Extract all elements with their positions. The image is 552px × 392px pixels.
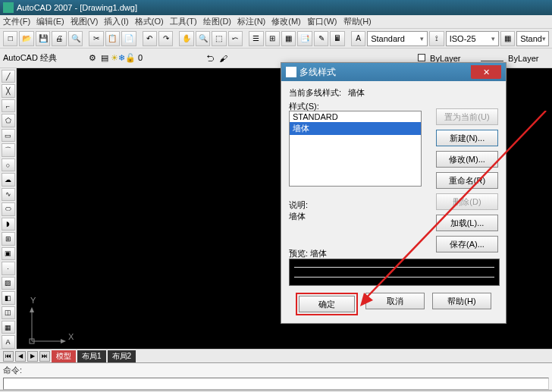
tab-layout1[interactable]: 布局1: [77, 350, 106, 362]
table-icon[interactable]: ▦: [2, 321, 15, 334]
sheet-set-icon[interactable]: 📑: [297, 31, 312, 46]
tab-layout2[interactable]: 布局2: [108, 350, 136, 362]
mtext-icon[interactable]: A: [2, 335, 15, 348]
markup-icon[interactable]: ✎: [314, 31, 328, 46]
layer-prev-icon[interactable]: ⮌: [206, 54, 215, 63]
region-icon[interactable]: ◫: [2, 306, 15, 319]
load-button[interactable]: 加载(L)...: [436, 215, 498, 231]
menu-format[interactable]: 格式(O): [135, 16, 164, 27]
menu-draw[interactable]: 绘图(D): [203, 16, 231, 27]
tab-last-icon[interactable]: ⏭: [39, 351, 50, 362]
circle-icon[interactable]: ○: [2, 158, 15, 171]
pan-icon[interactable]: ✋: [179, 31, 193, 46]
ellipse-icon[interactable]: ⬭: [2, 202, 15, 215]
help-button[interactable]: 帮助(H): [432, 293, 491, 309]
linetype-combo[interactable]: ByLayer: [481, 54, 549, 63]
ucs-x: X: [68, 332, 74, 341]
preview-box: [289, 259, 500, 286]
zoom-window-icon[interactable]: ⬚: [212, 31, 226, 46]
set-current-button[interactable]: 置为当前(U): [436, 108, 498, 125]
table-style-icon[interactable]: ▦: [500, 31, 515, 46]
dialog-titlebar[interactable]: 多线样式 ✕: [281, 63, 506, 81]
menu-window[interactable]: 窗口(W): [307, 16, 337, 27]
make-block-icon[interactable]: ▣: [2, 247, 15, 260]
polyline-icon[interactable]: ⌐: [2, 99, 15, 112]
tab-model[interactable]: 模型: [52, 350, 76, 362]
open-icon[interactable]: 📂: [19, 31, 33, 46]
xline-icon[interactable]: ╳: [2, 84, 15, 97]
layer-name: 0: [138, 53, 143, 62]
point-icon[interactable]: ·: [2, 262, 15, 274]
window-titlebar: AutoCAD 2007 - [Drawing1.dwg]: [0, 0, 552, 15]
copy-icon[interactable]: 📋: [105, 31, 120, 46]
current-style-label: 当前多线样式: 墙体: [289, 87, 365, 99]
calc-icon[interactable]: 🖩: [330, 31, 344, 46]
menu-help[interactable]: 帮助(H): [343, 16, 372, 27]
list-item[interactable]: 墙体: [290, 122, 421, 135]
match-icon[interactable]: 🖌: [219, 54, 227, 63]
text-style-icon[interactable]: A: [351, 31, 365, 46]
zoom-icon[interactable]: 🔍: [196, 31, 210, 46]
layer-properties-icon[interactable]: ▤: [101, 53, 108, 63]
list-item[interactable]: STANDARD: [290, 111, 421, 122]
redo-icon[interactable]: ↷: [158, 31, 173, 46]
undo-icon[interactable]: ↶: [143, 31, 157, 46]
menu-bar: 文件(F) 编辑(E) 视图(V) 插入(I) 格式(O) 工具(T) 绘图(D…: [0, 15, 552, 29]
menu-file[interactable]: 文件(F): [3, 16, 30, 27]
modify-button[interactable]: 修改(M)...: [436, 151, 498, 168]
zoom-prev-icon[interactable]: ⤺: [228, 31, 243, 46]
ok-button[interactable]: 确定: [299, 296, 355, 312]
hatch-icon[interactable]: ▨: [2, 277, 15, 290]
menu-insert[interactable]: 插入(I): [104, 16, 128, 27]
save-icon[interactable]: 💾: [36, 31, 50, 46]
layer-combo[interactable]: ☀❄🔓 0: [111, 53, 202, 63]
new-button[interactable]: 新建(N)...: [436, 130, 498, 146]
spline-icon[interactable]: ∿: [2, 188, 15, 201]
cancel-button[interactable]: 取消: [365, 293, 425, 309]
print-icon[interactable]: 🖨: [52, 31, 66, 46]
cut-icon[interactable]: ✂: [89, 31, 103, 46]
menu-dimension[interactable]: 标注(N): [237, 16, 265, 27]
text-style-combo[interactable]: Standard: [367, 31, 428, 46]
rename-button[interactable]: 重命名(R): [436, 172, 498, 189]
svg-marker-1: [30, 307, 34, 312]
tool-palette-icon[interactable]: ▦: [281, 31, 296, 46]
rectangle-icon[interactable]: ▭: [2, 129, 15, 142]
preview-label: 预览: 墙体: [289, 248, 327, 259]
workspace-settings-icon[interactable]: ⚙: [89, 53, 96, 63]
close-button[interactable]: ✕: [471, 65, 501, 79]
menu-edit[interactable]: 编辑(E): [36, 16, 64, 27]
insert-block-icon[interactable]: ⊞: [2, 232, 15, 245]
properties-icon[interactable]: ☰: [249, 31, 263, 46]
command-input[interactable]: [3, 378, 549, 390]
tab-next-icon[interactable]: ▶: [27, 351, 38, 362]
line-icon[interactable]: ╱: [2, 70, 15, 83]
table-style-combo[interactable]: Stand: [516, 31, 549, 46]
revcloud-icon[interactable]: ☁: [2, 173, 15, 186]
window-title: AutoCAD 2007 - [Drawing1.dwg]: [17, 3, 137, 12]
arc-icon[interactable]: ⌒: [2, 143, 15, 156]
gradient-icon[interactable]: ◧: [2, 291, 15, 304]
paste-icon[interactable]: 📄: [121, 31, 136, 46]
menu-tools[interactable]: 工具(T): [170, 16, 197, 27]
styles-listbox[interactable]: STANDARD 墙体: [289, 111, 422, 187]
tab-first-icon[interactable]: ⏮: [3, 351, 14, 362]
dim-style-icon[interactable]: ⟟: [429, 31, 444, 46]
menu-view[interactable]: 视图(V): [71, 16, 99, 27]
menu-modify[interactable]: 修改(M): [271, 16, 301, 27]
color-combo[interactable]: ByLayer: [418, 54, 478, 63]
tab-prev-icon[interactable]: ◀: [15, 351, 26, 362]
ellipse-arc-icon[interactable]: ◗: [2, 218, 15, 230]
polygon-icon[interactable]: ⬠: [2, 114, 15, 127]
delete-button[interactable]: 删除(D): [436, 193, 498, 210]
dim-style-combo[interactable]: ISO-25: [446, 31, 499, 46]
dialog-icon: [286, 67, 296, 77]
workspace-combo[interactable]: AutoCAD 经典: [3, 52, 86, 64]
new-icon[interactable]: □: [3, 31, 17, 46]
save-button[interactable]: 保存(A)...: [436, 236, 498, 252]
dialog-title-text: 多线样式: [300, 66, 336, 79]
design-center-icon[interactable]: ⊞: [265, 31, 280, 46]
preview-icon[interactable]: 🔍: [68, 31, 83, 46]
current-style-value: 墙体: [348, 88, 365, 97]
svg-marker-3: [61, 339, 66, 343]
